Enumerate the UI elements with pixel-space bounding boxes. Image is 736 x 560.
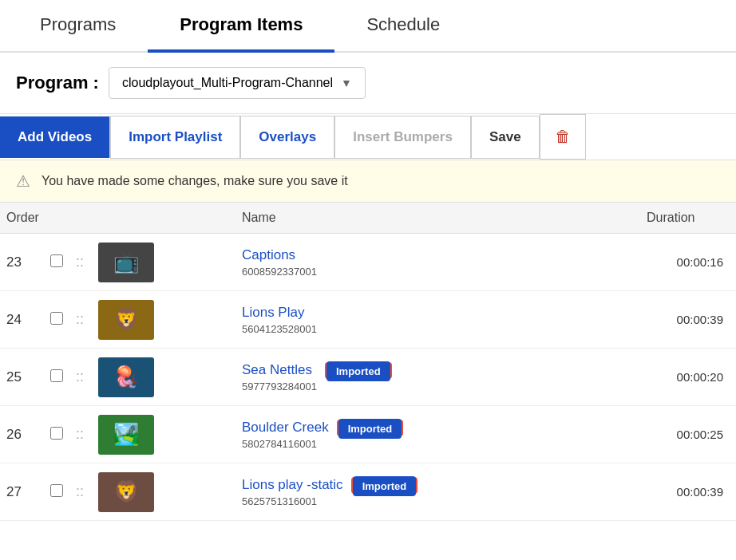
cell-thumb: 🦁 [92,466,235,519]
chevron-down-icon: ▼ [341,77,352,89]
overlays-button[interactable]: Overlays [240,116,334,159]
table-row: 25 :: 🪼 Sea Nettles 5977793284001 Import… [0,349,736,406]
thumbnail: 🏞️ [98,415,154,455]
table-row: 27 :: 🦁 Lions play -static 5625751316001… [0,463,736,521]
imported-badge-wrapper: Imported [325,362,392,379]
video-name-link[interactable]: Boulder Creek [242,420,329,436]
header-order: Order [0,211,44,225]
cell-thumb: 🪼 [92,351,235,404]
table-body: 23 :: 📺 Captions 6008592337001 00:00:16 … [0,234,736,521]
cell-order: 26 [0,420,44,449]
video-id: 6008592337001 [242,266,317,278]
thumbnail: 🪼 [98,357,154,397]
tab-programs[interactable]: Programs [8,0,148,53]
cell-duration: 00:00:20 [640,364,736,390]
header-name: Name [235,211,640,225]
insert-bumpers-button[interactable]: Insert Bumpers [334,116,471,159]
cell-checkbox[interactable] [44,478,68,506]
video-id: 5802784116001 [242,438,329,450]
video-name-link[interactable]: Sea Nettles [242,362,317,378]
row-checkbox[interactable] [50,484,63,497]
warning-bar: ⚠ You have made some changes, make sure … [0,160,736,203]
program-label: Program : [16,73,99,93]
cell-order: 25 [0,363,44,392]
cell-name: Lions Play 5604123528001 [235,298,640,341]
cell-name: Lions play -static 5625751316001 Importe… [235,471,640,514]
cell-checkbox[interactable] [44,248,68,276]
cell-name: Sea Nettles 5977793284001 Imported [235,356,640,399]
program-select[interactable]: cloudplayout_Multi-Program-Channel ▼ [109,67,366,99]
cell-checkbox[interactable] [44,363,68,391]
cell-thumb: 📺 [92,236,235,289]
cell-name: Captions 6008592337001 [235,241,640,284]
delete-button[interactable]: 🗑 [540,114,586,160]
cell-order: 27 [0,478,44,507]
cell-order: 24 [0,306,44,334]
imported-badge: Imported [326,361,390,381]
table-row: 26 :: 🏞️ Boulder Creek 5802784116001 Imp… [0,406,736,463]
video-id: 5604123528001 [242,323,317,335]
row-checkbox[interactable] [50,312,63,325]
header-duration: Duration [640,211,736,225]
cell-checkbox[interactable] [44,306,68,333]
cell-thumb: 🏞️ [92,408,235,461]
imported-badge-wrapper: Imported [337,420,404,436]
imported-badge: Imported [338,419,402,439]
video-name-link[interactable]: Captions [242,247,317,263]
video-name-link[interactable]: Lions Play [242,305,317,321]
program-value: cloudplayout_Multi-Program-Channel [122,76,333,90]
table-row: 24 :: 🦁 Lions Play 5604123528001 00:00:3… [0,291,736,349]
add-videos-button[interactable]: Add Videos [0,116,110,158]
imported-badge: Imported [353,476,417,496]
thumbnail: 🦁 [98,300,154,340]
save-button[interactable]: Save [471,116,540,159]
warning-icon: ⚠ [16,172,30,191]
thumbnail: 📺 [98,243,154,282]
row-checkbox[interactable] [50,369,63,382]
cell-drag[interactable]: :: [68,305,92,334]
import-playlist-button[interactable]: Import Playlist [110,116,240,159]
video-id: 5977793284001 [242,381,317,392]
cell-drag[interactable]: :: [68,477,92,507]
cell-duration: 00:00:39 [640,479,736,505]
imported-badge-wrapper: Imported [351,477,418,494]
video-id: 5625751316001 [242,495,343,507]
cell-duration: 00:00:25 [640,421,736,448]
cell-drag[interactable]: :: [68,362,92,392]
trash-icon: 🗑 [555,128,571,145]
row-checkbox[interactable] [50,254,63,267]
program-row: Program : cloudplayout_Multi-Program-Cha… [0,53,736,113]
tabs-bar: Programs Program Items Schedule [0,0,736,53]
cell-drag[interactable]: :: [68,247,92,277]
warning-message: You have made some changes, make sure yo… [42,174,348,188]
tab-schedule[interactable]: Schedule [334,0,472,53]
cell-drag[interactable]: :: [68,420,92,449]
cell-duration: 00:00:39 [640,306,736,333]
cell-name: Boulder Creek 5802784116001 Imported [235,413,640,456]
table-header: Order Name Duration [0,203,736,234]
cell-checkbox[interactable] [44,420,68,448]
cell-thumb: 🦁 [92,294,235,346]
thumbnail: 🦁 [98,472,154,512]
action-bar: Add Videos Import Playlist Overlays Inse… [0,113,736,160]
cell-order: 23 [0,248,44,277]
table-row: 23 :: 📺 Captions 6008592337001 00:00:16 [0,234,736,291]
cell-duration: 00:00:16 [640,249,736,275]
tab-program-items[interactable]: Program Items [148,0,334,53]
video-name-link[interactable]: Lions play -static [242,477,343,493]
row-checkbox[interactable] [50,427,63,440]
